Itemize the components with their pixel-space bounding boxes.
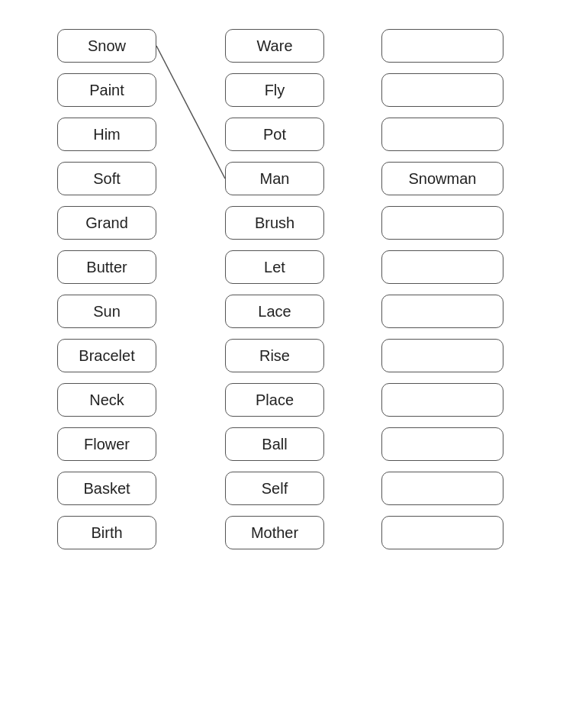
answer-col3-row10[interactable]	[381, 472, 503, 505]
word-col1-row7: Bracelet	[57, 339, 156, 372]
word-col1-row0: Snow	[57, 29, 156, 63]
word-col2-row5: Let	[225, 250, 324, 284]
word-col1-row10: Basket	[57, 472, 156, 505]
word-col2-row4: Brush	[225, 206, 324, 240]
word-col1-row11: Birth	[57, 516, 156, 549]
answer-col3-row8[interactable]	[381, 383, 503, 417]
answer-col3-row3[interactable]: Snowman	[381, 162, 503, 195]
word-col1-row3: Soft	[57, 162, 156, 195]
answer-col3-row0[interactable]	[381, 29, 503, 63]
answer-col3-row4[interactable]	[381, 206, 503, 240]
word-col2-row7: Rise	[225, 339, 324, 372]
answer-col3-row9[interactable]	[381, 427, 503, 461]
word-col2-row3: Man	[225, 162, 324, 195]
word-col1-row2: Him	[57, 118, 156, 151]
answer-col3-row5[interactable]	[381, 250, 503, 284]
word-col1-row8: Neck	[57, 383, 156, 417]
word-col2-row0: Ware	[225, 29, 324, 63]
word-col1-row6: Sun	[57, 295, 156, 328]
answer-col3-row1[interactable]	[381, 73, 503, 107]
word-col1-row5: Butter	[57, 250, 156, 284]
word-col2-row10: Self	[225, 472, 324, 505]
word-col2-row1: Fly	[225, 73, 324, 107]
word-col2-row2: Pot	[225, 118, 324, 151]
answer-col3-row11[interactable]	[381, 516, 503, 549]
word-col2-row8: Place	[225, 383, 324, 417]
svg-line-0	[156, 46, 225, 179]
word-col1-row1: Paint	[57, 73, 156, 107]
word-col2-row9: Ball	[225, 427, 324, 461]
word-col1-row4: Grand	[57, 206, 156, 240]
answer-col3-row7[interactable]	[381, 339, 503, 372]
answer-col3-row2[interactable]	[381, 118, 503, 151]
word-col1-row9: Flower	[57, 427, 156, 461]
word-grid: SnowWarePaintFlyHimPotSoftManSnowmanGran…	[23, 29, 540, 549]
word-col2-row11: Mother	[225, 516, 324, 549]
word-col2-row6: Lace	[225, 295, 324, 328]
answer-col3-row6[interactable]	[381, 295, 503, 328]
